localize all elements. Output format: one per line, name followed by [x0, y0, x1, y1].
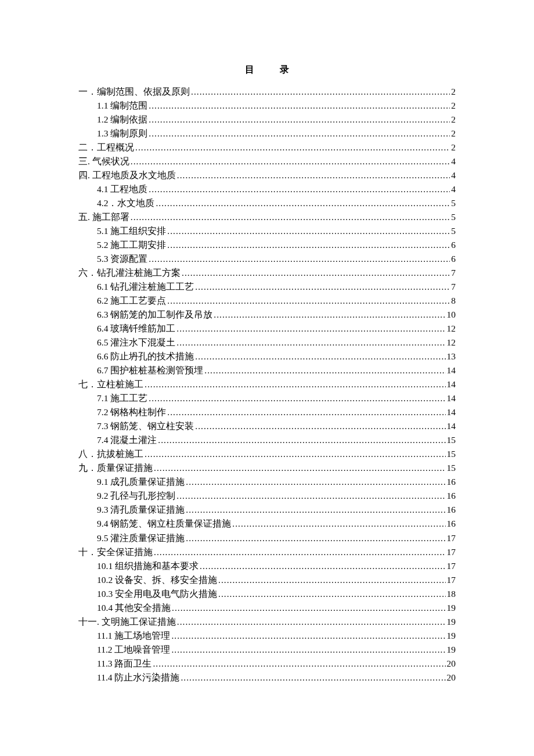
toc-dots	[218, 587, 446, 601]
toc-entry: 10.4 其他安全措施19	[97, 601, 456, 615]
toc-dots	[149, 252, 450, 266]
toc-entry-label: 4.2．水文地质	[97, 196, 154, 210]
toc-dots	[176, 489, 445, 503]
toc-dots	[158, 433, 445, 447]
toc-dots	[186, 503, 445, 517]
toc-entry-page: 14	[447, 363, 456, 377]
toc-entry-page: 16	[447, 489, 456, 503]
toc-dots	[156, 196, 450, 210]
toc-entry-label: 6.7 围护桩桩基检测管预埋	[97, 363, 203, 377]
toc-entry-page: 4	[451, 154, 456, 168]
toc-entry-page: 2	[451, 85, 456, 99]
toc-entry-page: 17	[447, 545, 456, 559]
toc-entry: 9.3 清孔质量保证措施16	[97, 503, 456, 517]
toc-entry: 6.5 灌注水下混凝土12	[97, 336, 456, 350]
toc-entry-page: 19	[447, 615, 456, 629]
toc-dots	[149, 182, 450, 196]
toc-entry: 11.1 施工场地管理19	[97, 629, 456, 643]
toc-entry-page: 6	[451, 252, 456, 266]
toc-entry-label: 6.4 玻璃钎维筋加工	[97, 322, 175, 336]
toc-entry-label: 11.2 工地噪音管理	[97, 643, 170, 657]
toc-entry-label: 7.2 钢格构柱制作	[97, 405, 166, 419]
toc-entry: 5.3 资源配置6	[97, 252, 456, 266]
toc-entry: 九．质量保证措施15	[78, 461, 456, 475]
toc-entry: 10.3 安全用电及电气防火措施18	[97, 587, 456, 601]
toc-dots	[177, 168, 450, 182]
toc-entry-page: 8	[451, 294, 456, 308]
toc-entry: 一．编制范围、依据及原则2	[78, 85, 456, 99]
toc-entry-label: 1.2 编制依据	[97, 113, 147, 127]
toc-title: 目 录	[78, 64, 456, 76]
toc-entry-label: 9.5 灌注质量保证措施	[97, 531, 185, 545]
toc-entry-page: 4	[451, 182, 456, 196]
toc-entry: 6.3 钢筋笼的加工制作及吊放10	[97, 308, 456, 322]
toc-dots	[232, 517, 445, 531]
toc-dots	[218, 573, 446, 587]
toc-entry-page: 2	[451, 141, 456, 154]
toc-dots	[135, 141, 450, 154]
toc-entry: 7.4 混凝土灌注15	[97, 433, 456, 447]
toc-entry-label: 11.1 施工场地管理	[97, 629, 170, 643]
toc-entry-label: 三. 气候状况	[78, 154, 129, 168]
toc-entry: 十．安全保证措施17	[78, 545, 456, 559]
toc-entry-label: 6.1 钻孔灌注桩施工工艺	[97, 280, 194, 294]
toc-entry: 7.2 钢格构柱制作14	[97, 405, 456, 419]
toc-dots	[131, 210, 450, 224]
toc-entry-label: 1.1 编制范围	[97, 99, 147, 113]
toc-entry-label: 五. 施工部署	[78, 210, 129, 224]
toc-dots	[182, 266, 450, 280]
toc-entry-label: 6.5 灌注水下混凝土	[97, 336, 175, 350]
toc-entry: 八．抗拔桩施工15	[78, 447, 456, 461]
toc-entry: 1.3 编制原则2	[97, 127, 456, 141]
toc-entry-label: 10.4 其他安全措施	[97, 601, 171, 615]
toc-dots	[145, 377, 446, 391]
toc-entry-page: 6	[451, 238, 456, 252]
toc-dots	[172, 601, 446, 615]
toc-entry-label: 11.4 防止水污染措施	[97, 671, 179, 685]
toc-entry: 四. 工程地质及水文地质4	[78, 168, 456, 182]
toc-entry-label: 十．安全保证措施	[78, 545, 153, 559]
toc-dots	[167, 294, 450, 308]
toc-entry-label: 九．质量保证措施	[78, 461, 153, 475]
toc-entry: 6.1 钻孔灌注桩施工工艺7	[97, 280, 456, 294]
toc-entry-page: 20	[447, 657, 456, 671]
toc-entry-page: 15	[447, 461, 456, 475]
toc-entry-page: 15	[447, 433, 456, 447]
toc-entry-page: 19	[447, 629, 456, 643]
toc-entry: 4.1 工程地质4	[97, 182, 456, 196]
toc-dots	[195, 280, 450, 294]
toc-entry: 9.2 孔径与孔形控制16	[97, 489, 456, 503]
toc-entry-label: 11.3 路面卫生	[97, 657, 151, 671]
toc-entry-page: 17	[447, 573, 456, 587]
toc-entry-page: 16	[447, 517, 456, 531]
toc-entry: 11.2 工地噪音管理19	[97, 643, 456, 657]
toc-entry-page: 10	[447, 308, 456, 322]
toc-entry: 二．工程概况2	[78, 141, 456, 154]
toc-entry-page: 5	[451, 210, 456, 224]
toc-entry-label: 四. 工程地质及水文地质	[78, 168, 176, 182]
toc-entry-page: 17	[447, 559, 456, 573]
toc-dots	[186, 475, 445, 489]
toc-dots	[186, 531, 445, 545]
toc-entry-label: 六．钻孔灌注桩施工方案	[78, 266, 181, 280]
toc-entry: 6.6 防止坍孔的技术措施13	[97, 350, 456, 363]
toc-entry-label: 5.2 施工工期安排	[97, 238, 166, 252]
toc-entry: 9.5 灌注质量保证措施17	[97, 531, 456, 545]
toc-entry: 4.2．水文地质5	[97, 196, 456, 210]
toc-dots	[171, 629, 445, 643]
toc-entry: 9.4 钢筋笼、钢立柱质量保证措施16	[97, 517, 456, 531]
toc-entry: 9.1 成孔质量保证措施16	[97, 475, 456, 489]
toc-dots	[181, 671, 445, 685]
toc-entry: 5.2 施工工期安排6	[97, 238, 456, 252]
toc-entry-page: 5	[451, 196, 456, 210]
toc-entry-label: 5.3 资源配置	[97, 252, 147, 266]
toc-entry-label: 10.1 组织措施和基本要求	[97, 559, 199, 573]
toc-entry-label: 一．编制范围、依据及原则	[78, 85, 190, 99]
toc-dots	[149, 99, 450, 113]
toc-entry-label: 7.1 施工工艺	[97, 391, 147, 405]
toc-entry-label: 十一. 文明施工保证措施	[78, 615, 176, 629]
toc-dots	[145, 447, 446, 461]
toc-entry-page: 19	[447, 601, 456, 615]
toc-entry: 5.1 施工组织安排5	[97, 224, 456, 238]
toc-dots	[167, 405, 445, 419]
